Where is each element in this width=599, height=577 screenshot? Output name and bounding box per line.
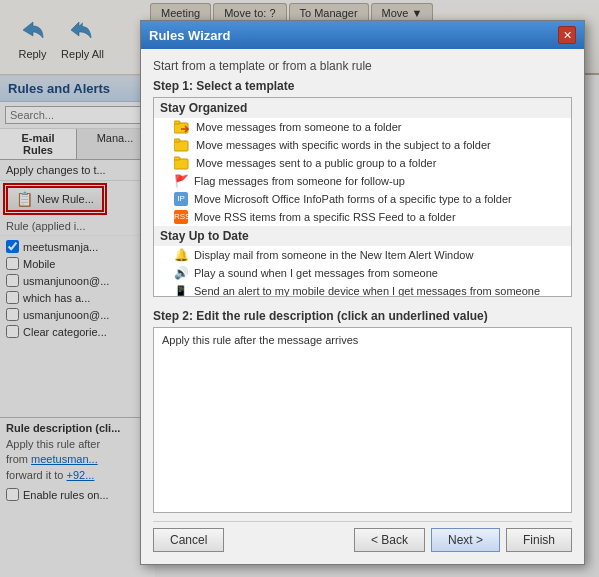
template-item-display-mail[interactable]: 🔔 Display mail from someone in the New I… <box>154 246 571 264</box>
finish-button[interactable]: Finish <box>506 528 572 552</box>
folder-people-icon <box>174 156 190 170</box>
template-item-rss[interactable]: RSS Move RSS items from a specific RSS F… <box>154 208 571 226</box>
flag-icon: 🚩 <box>174 174 188 188</box>
dialog-footer: Cancel < Back Next > Finish <box>153 521 572 552</box>
footer-left-buttons: Cancel <box>153 528 224 552</box>
footer-right-buttons: < Back Next > Finish <box>354 528 572 552</box>
template-item-flag[interactable]: 🚩 Flag messages from someone for follow-… <box>154 172 571 190</box>
template-item-public-group[interactable]: Move messages sent to a public group to … <box>154 154 571 172</box>
rule-description-box: Apply this rule after the message arrive… <box>153 327 572 513</box>
rss-icon: RSS <box>174 210 188 224</box>
template-item-play-sound[interactable]: 🔊 Play a sound when I get messages from … <box>154 264 571 282</box>
infopath-icon: IP <box>174 192 188 206</box>
folder-arrow-icon <box>174 120 190 134</box>
dialog-close-button[interactable]: ✕ <box>558 26 576 44</box>
template-item-infopath[interactable]: IP Move Microsoft Office InfoPath forms … <box>154 190 571 208</box>
back-button[interactable]: < Back <box>354 528 425 552</box>
svg-rect-1 <box>174 121 180 124</box>
template-item-move-someone[interactable]: Move messages from someone to a folder <box>154 118 571 136</box>
dialog-title: Rules Wizard <box>149 28 231 43</box>
svg-rect-5 <box>174 157 180 160</box>
sound-icon: 🔊 <box>174 266 188 280</box>
alert-window-icon: 🔔 <box>174 248 188 262</box>
template-list[interactable]: Stay Organized Move messages from someon… <box>153 97 572 297</box>
section-stay-up-to-date: Stay Up to Date <box>154 226 571 246</box>
rule-description-text: Apply this rule after the message arrive… <box>162 334 358 346</box>
svg-rect-3 <box>174 139 180 142</box>
step-header: Start from a template or from a blank ru… <box>153 59 572 73</box>
next-button[interactable]: Next > <box>431 528 500 552</box>
section-stay-organized: Stay Organized <box>154 98 571 118</box>
dialog-titlebar: Rules Wizard ✕ <box>141 21 584 49</box>
rules-wizard-dialog: Rules Wizard ✕ Start from a template or … <box>140 20 585 565</box>
cancel-button[interactable]: Cancel <box>153 528 224 552</box>
step1-label: Step 1: Select a template <box>153 79 572 93</box>
dialog-body: Start from a template or from a blank ru… <box>141 49 584 562</box>
mobile-icon: 📱 <box>174 284 188 297</box>
template-item-specific-words[interactable]: Move messages with specific words in the… <box>154 136 571 154</box>
template-item-mobile-alert[interactable]: 📱 Send an alert to my mobile device when… <box>154 282 571 297</box>
folder-text-icon <box>174 138 190 152</box>
step2-label: Step 2: Edit the rule description (click… <box>153 309 572 323</box>
